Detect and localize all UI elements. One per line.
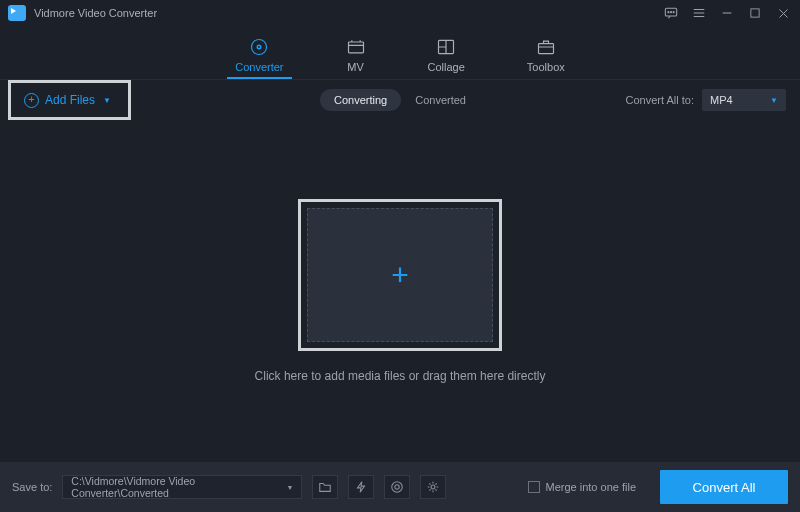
drop-zone-inner: + — [307, 208, 493, 342]
svg-point-12 — [395, 485, 399, 489]
merge-label: Merge into one file — [546, 481, 637, 493]
tab-converted[interactable]: Converted — [401, 89, 480, 111]
save-path-select[interactable]: C:\Vidmore\Vidmore Video Converter\Conve… — [62, 475, 302, 499]
chevron-down-icon: ▼ — [286, 484, 293, 491]
drop-hint-text: Click here to add media files or drag th… — [255, 369, 546, 383]
tab-label: MV — [347, 61, 364, 73]
workspace: + Click here to add media files or drag … — [0, 120, 800, 462]
tab-converter[interactable]: Converter — [229, 37, 289, 77]
output-format-value: MP4 — [710, 94, 733, 106]
hardware-accel-button[interactable] — [348, 475, 374, 499]
svg-point-1 — [668, 12, 669, 13]
save-to-label: Save to: — [12, 481, 52, 493]
tab-collage[interactable]: Collage — [422, 37, 471, 77]
app-title: Vidmore Video Converter — [34, 7, 157, 19]
open-folder-button[interactable] — [312, 475, 338, 499]
drop-zone[interactable]: + — [298, 199, 502, 351]
bottom-bar: Save to: C:\Vidmore\Vidmore Video Conver… — [0, 462, 800, 512]
minimize-icon[interactable] — [720, 6, 734, 20]
chevron-down-icon: ▼ — [770, 96, 778, 105]
settings-button[interactable] — [420, 475, 446, 499]
svg-rect-10 — [538, 44, 553, 54]
titlebar: Vidmore Video Converter — [0, 0, 800, 26]
convert-all-to-label: Convert All to: — [626, 94, 694, 106]
converter-icon — [249, 37, 269, 57]
chevron-down-icon: ▼ — [103, 96, 111, 105]
close-icon[interactable] — [776, 6, 790, 20]
tab-label: Converting — [334, 94, 387, 106]
add-files-button[interactable]: Add Files ▼ — [18, 89, 117, 112]
status-tabs: Converting Converted — [320, 89, 480, 111]
svg-rect-8 — [348, 42, 363, 53]
collage-icon — [436, 37, 456, 57]
feedback-icon[interactable] — [664, 6, 678, 20]
convert-all-to-group: Convert All to: MP4 ▼ — [626, 89, 786, 111]
output-format-select[interactable]: MP4 ▼ — [702, 89, 786, 111]
plus-circle-icon — [24, 93, 39, 108]
tab-converting[interactable]: Converting — [320, 89, 401, 111]
merge-checkbox[interactable]: Merge into one file — [528, 481, 637, 493]
sub-toolbar: Add Files ▼ Converting Converted Convert… — [0, 80, 800, 120]
convert-all-button-label: Convert All — [693, 480, 756, 495]
svg-point-11 — [392, 482, 403, 493]
svg-rect-4 — [751, 9, 759, 17]
toolbox-icon — [536, 37, 556, 57]
svg-point-7 — [258, 46, 260, 48]
main-tabs: Converter MV Collage Toolbox — [0, 26, 800, 80]
tab-label: Converted — [415, 94, 466, 106]
tab-mv[interactable]: MV — [340, 37, 372, 77]
tab-toolbox[interactable]: Toolbox — [521, 37, 571, 77]
checkbox-icon — [528, 481, 540, 493]
save-path-value: C:\Vidmore\Vidmore Video Converter\Conve… — [71, 475, 286, 499]
plus-icon: + — [391, 260, 409, 290]
app-logo-icon — [8, 5, 26, 21]
svg-point-3 — [673, 12, 674, 13]
menu-icon[interactable] — [692, 6, 706, 20]
tab-label: Collage — [428, 61, 465, 73]
maximize-icon[interactable] — [748, 6, 762, 20]
high-speed-button[interactable] — [384, 475, 410, 499]
svg-point-2 — [670, 12, 671, 13]
mv-icon — [346, 37, 366, 57]
tab-label: Converter — [235, 61, 283, 73]
tab-label: Toolbox — [527, 61, 565, 73]
add-files-label: Add Files — [45, 93, 95, 107]
convert-all-button[interactable]: Convert All — [660, 470, 788, 504]
svg-point-13 — [431, 485, 435, 489]
